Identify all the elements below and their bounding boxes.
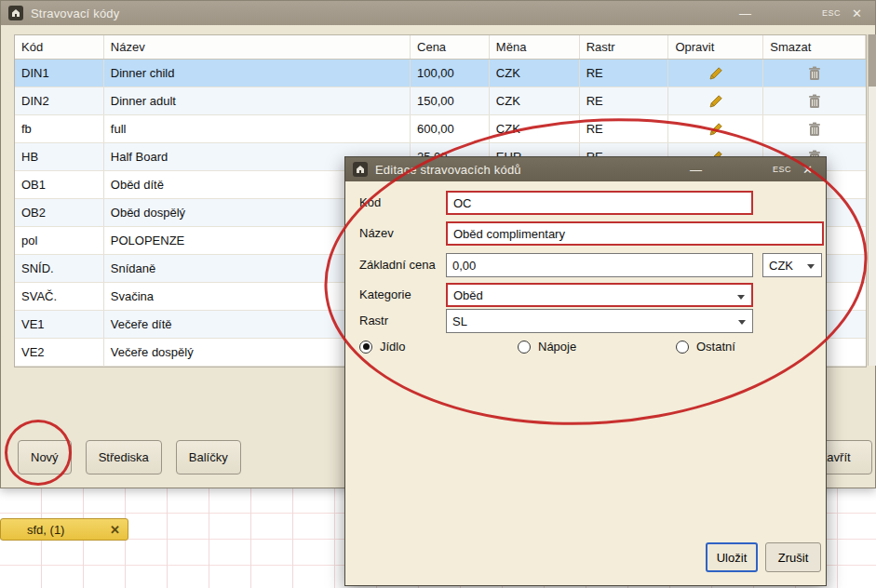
header-kod: Kód (15, 35, 104, 59)
delete-trash-icon[interactable] (808, 66, 821, 81)
table-row[interactable]: DIN1 Dinner child 100,00 CZK RE (15, 60, 866, 87)
cell-kod: OB2 (15, 199, 104, 226)
cell-nazev: Dinner adult (104, 87, 411, 114)
dialog-house-icon (353, 162, 368, 177)
cell-mena: CZK (490, 60, 580, 87)
cell-kod: VE2 (15, 339, 104, 366)
radio-circle-icon (359, 341, 372, 354)
table-row[interactable]: fb full 600,00 CZK RE (15, 115, 866, 143)
edit-pencil-icon[interactable] (708, 122, 723, 137)
cell-nazev: Dinner child (104, 60, 411, 87)
cell-smazat (763, 87, 866, 114)
minimize-button[interactable]: — (735, 7, 755, 20)
cell-kod: pol (15, 227, 104, 254)
cell-kod: DIN2 (15, 87, 104, 114)
close-window-button[interactable]: ✕ (850, 7, 864, 20)
currency-value: CZK (769, 259, 793, 273)
delete-trash-icon[interactable] (808, 122, 821, 137)
window-title: Stravovací kódy (31, 7, 120, 20)
cell-cena: 100,00 (411, 60, 490, 87)
delete-trash-icon[interactable] (808, 94, 821, 109)
field-nazev: Název (345, 221, 826, 246)
app-house-icon (8, 6, 23, 20)
dialog-minimize-button[interactable]: — (686, 163, 706, 177)
cell-smazat (763, 60, 866, 87)
radio-ostatni[interactable]: Ostatní (676, 340, 735, 354)
balicky-button[interactable]: Balíčky (176, 440, 241, 474)
cena-label: Základní cena (359, 258, 436, 272)
radio-circle-icon (518, 341, 531, 354)
chevron-down-icon (738, 320, 746, 325)
currency-select[interactable]: CZK (762, 253, 822, 277)
radio-circle-icon (676, 341, 689, 354)
dialog-esc-label: ESC (773, 165, 791, 174)
dialog-titlebar: Editace stravovacích kódů — ESC ✕ (345, 157, 826, 181)
table-header: Kód Název Cena Měna Rastr Opravit Smazat (15, 35, 866, 60)
kod-label: Kód (359, 195, 381, 209)
edit-meal-code-dialog: Editace stravovacích kódů — ESC ✕ Kód Ná… (344, 156, 827, 586)
field-rastr: Rastr SL (345, 309, 826, 333)
category-radio-group: Jídlo Nápoje Ostatní (345, 340, 826, 358)
header-smazat: Smazat (763, 35, 866, 59)
footer-buttons: Nový Střediska Balíčky (18, 440, 241, 474)
rastr-value: SL (452, 314, 467, 328)
radio-jidlo[interactable]: Jídlo (359, 340, 405, 354)
header-opravit: Opravit (668, 35, 763, 59)
header-nazev: Název (104, 35, 411, 59)
header-cena: Cena (411, 35, 490, 59)
chevron-down-icon (737, 295, 745, 300)
cell-kod: VE1 (15, 311, 104, 338)
cell-opravit (668, 60, 763, 87)
cancel-button[interactable]: Zrušit (765, 542, 821, 572)
dialog-title: Editace stravovacích kódů (375, 163, 521, 177)
header-mena: Měna (490, 35, 580, 59)
save-button[interactable]: Uložit (706, 542, 758, 572)
cell-opravit (668, 87, 763, 114)
cell-rastr: RE (580, 87, 669, 114)
cell-kod: OB1 (15, 171, 104, 198)
novy-button[interactable]: Nový (18, 440, 72, 474)
cell-opravit (668, 115, 763, 142)
tag-close-icon[interactable]: ✕ (110, 523, 120, 537)
strediska-button[interactable]: Střediska (86, 440, 162, 474)
cell-kod: HB (15, 143, 104, 170)
chevron-down-icon (807, 264, 815, 269)
cell-mena: CZK (490, 115, 580, 142)
esc-label: ESC (822, 8, 841, 18)
radio-napoje-label: Nápoje (538, 340, 576, 354)
kategorie-value: Oběd (453, 288, 483, 302)
cell-smazat (763, 115, 866, 142)
cell-kod: SVAČ. (15, 283, 104, 310)
radio-jidlo-label: Jídlo (380, 340, 405, 354)
cell-kod: DIN1 (15, 60, 104, 87)
table-row[interactable]: DIN2 Dinner adult 150,00 CZK RE (15, 87, 866, 115)
kod-input[interactable] (446, 191, 753, 215)
kategorie-select[interactable]: Oběd (446, 283, 753, 307)
reservation-tag[interactable]: sfd, (1) ✕ (0, 518, 128, 541)
radio-ostatni-label: Ostatní (696, 340, 735, 354)
cena-input[interactable] (446, 253, 753, 277)
nazev-input[interactable] (446, 221, 824, 246)
cell-cena: 600,00 (411, 115, 490, 142)
cell-kod: SNÍD. (15, 255, 104, 282)
cell-rastr: RE (580, 115, 669, 142)
field-kod: Kód (345, 191, 826, 215)
table-scrollbar[interactable] (868, 34, 876, 366)
edit-pencil-icon[interactable] (708, 94, 723, 109)
reservation-tag-label: sfd, (1) (27, 523, 64, 537)
edit-pencil-icon[interactable] (708, 66, 723, 81)
field-cena: Základní cena CZK (345, 253, 826, 277)
cell-kod: fb (15, 115, 104, 142)
main-titlebar: Stravovací kódy — ESC ✕ (1, 1, 875, 25)
cell-mena: CZK (490, 87, 580, 114)
nazev-label: Název (359, 226, 394, 240)
scrollbar-thumb[interactable] (869, 34, 876, 87)
cell-cena: 150,00 (411, 87, 490, 114)
rastr-label: Rastr (359, 314, 388, 327)
radio-napoje[interactable]: Nápoje (518, 340, 576, 354)
dialog-close-button[interactable]: ✕ (801, 163, 815, 177)
rastr-select[interactable]: SL (446, 309, 753, 333)
kategorie-label: Kategorie (359, 287, 411, 301)
cell-nazev: full (104, 115, 411, 142)
header-rastr: Rastr (580, 35, 669, 59)
